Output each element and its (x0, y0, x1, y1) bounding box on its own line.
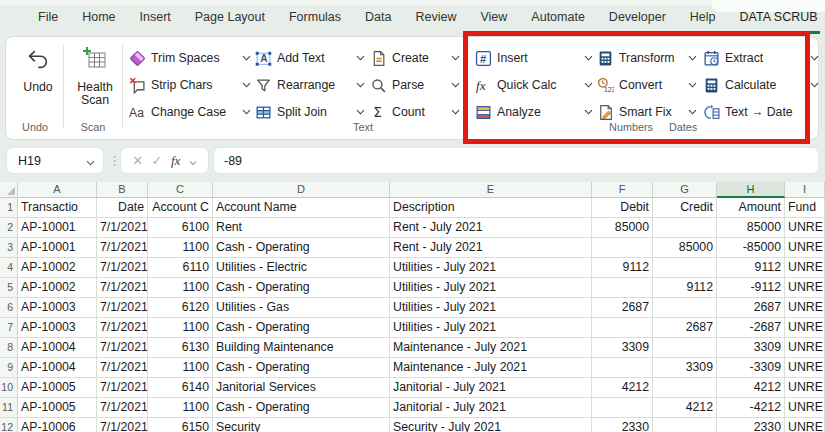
cell-c1[interactable]: Account C (148, 198, 213, 218)
column-header-f[interactable]: F (592, 182, 653, 198)
cell-f10[interactable]: 4212 (592, 378, 653, 398)
cell-c2[interactable]: 6100 (148, 218, 213, 238)
chevron-down-icon[interactable] (451, 109, 460, 115)
cell-f1[interactable]: Debit (592, 198, 653, 218)
chevron-down-icon[interactable] (356, 82, 365, 88)
cell-a1[interactable]: Transactio (18, 198, 97, 218)
cell-b6[interactable]: 7/1/2021 (97, 298, 148, 318)
cell-c4[interactable]: 6110 (148, 258, 213, 278)
chevron-down-icon[interactable] (356, 109, 365, 115)
insert-function-icon[interactable]: fx (171, 153, 180, 169)
chevron-down-icon[interactable] (688, 82, 697, 88)
column-header-d[interactable]: D (213, 182, 390, 198)
cell-g9[interactable]: 3309 (653, 358, 717, 378)
name-box[interactable]: H19 (6, 147, 104, 174)
chevron-down-icon[interactable] (242, 55, 251, 61)
cell-d5[interactable]: Cash - Operating (213, 278, 390, 298)
convert-button[interactable]: 123Convert (597, 73, 699, 97)
cell-c6[interactable]: 6120 (148, 298, 213, 318)
column-header-e[interactable]: E (390, 182, 592, 198)
formula-bar-input[interactable]: -89 (213, 147, 819, 174)
cell-d12[interactable]: Security (213, 418, 390, 432)
cell-a10[interactable]: AP-10005 (18, 378, 97, 398)
count-button[interactable]: ΣCount (370, 100, 462, 124)
row-header-5[interactable]: 5 (0, 278, 18, 298)
parse-button[interactable]: Parse (370, 73, 462, 97)
cell-e4[interactable]: Utilities - July 2021 (390, 258, 592, 278)
cell-c9[interactable]: 1100 (148, 358, 213, 378)
cell-c3[interactable]: 1100 (148, 238, 213, 258)
cell-i2[interactable]: UNRE (785, 218, 825, 238)
cell-e11[interactable]: Janitorial - July 2021 (390, 398, 592, 418)
chevron-down-icon[interactable] (242, 109, 251, 115)
cell-g6[interactable] (653, 298, 717, 318)
tab-page-layout[interactable]: Page Layout (193, 10, 267, 34)
cell-a4[interactable]: AP-10002 (18, 258, 97, 278)
tab-data[interactable]: Data (363, 10, 393, 34)
cell-h5[interactable]: -9112 (717, 278, 785, 298)
enter-icon[interactable]: ✓ (152, 153, 163, 168)
quick-calc-button[interactable]: fxQuick Calc (475, 73, 595, 97)
cell-e10[interactable]: Janitorial - July 2021 (390, 378, 592, 398)
rearrange-button[interactable]: Rearrange (255, 73, 367, 97)
chevron-down-icon[interactable] (451, 82, 460, 88)
cell-i5[interactable]: UNRE (785, 278, 825, 298)
cancel-icon[interactable]: ✕ (132, 153, 143, 168)
cell-c7[interactable]: 1100 (148, 318, 213, 338)
strip-chars-button[interactable]: Strip Chars (129, 73, 253, 97)
cell-e9[interactable]: Maintenance - July 2021 (390, 358, 592, 378)
cell-a8[interactable]: AP-10004 (18, 338, 97, 358)
cell-h2[interactable]: 85000 (717, 218, 785, 238)
cell-d9[interactable]: Cash - Operating (213, 358, 390, 378)
cell-e8[interactable]: Maintenance - July 2021 (390, 338, 592, 358)
cell-i12[interactable]: UNRE (785, 418, 825, 432)
column-header-g[interactable]: G (653, 182, 717, 198)
tab-developer[interactable]: Developer (607, 10, 668, 34)
cell-h7[interactable]: -2687 (717, 318, 785, 338)
cell-a6[interactable]: AP-10003 (18, 298, 97, 318)
tab-home[interactable]: Home (80, 10, 117, 34)
cell-c12[interactable]: 6150 (148, 418, 213, 432)
cell-b11[interactable]: 7/1/2021 (97, 398, 148, 418)
cell-c5[interactable]: 1100 (148, 278, 213, 298)
cell-e1[interactable]: Description (390, 198, 592, 218)
cell-i10[interactable]: UNRE (785, 378, 825, 398)
cell-c8[interactable]: 6130 (148, 338, 213, 358)
chevron-down-icon[interactable] (688, 55, 697, 61)
chevron-down-icon[interactable] (688, 109, 697, 115)
cell-e12[interactable]: Security - July 2021 (390, 418, 592, 432)
cell-f9[interactable] (592, 358, 653, 378)
cell-h12[interactable]: 2330 (717, 418, 785, 432)
cell-g11[interactable]: 4212 (653, 398, 717, 418)
cell-a7[interactable]: AP-10003 (18, 318, 97, 338)
chevron-down-icon[interactable] (356, 55, 365, 61)
row-header-1[interactable]: 1 (0, 198, 18, 218)
cell-d3[interactable]: Cash - Operating (213, 238, 390, 258)
trim-spaces-button[interactable]: Trim Spaces (129, 46, 253, 70)
cell-g12[interactable] (653, 418, 717, 432)
cell-b12[interactable]: 7/1/2021 (97, 418, 148, 432)
tab-formulas[interactable]: Formulas (287, 10, 343, 34)
cell-h6[interactable]: 2687 (717, 298, 785, 318)
tab-help[interactable]: Help (688, 10, 718, 34)
cell-i6[interactable]: UNRE (785, 298, 825, 318)
extract-button[interactable]: Extract (703, 46, 821, 70)
cell-e2[interactable]: Rent - July 2021 (390, 218, 592, 238)
cell-g10[interactable] (653, 378, 717, 398)
cell-e7[interactable]: Utilities - July 2021 (390, 318, 592, 338)
tab-data-scrub[interactable]: DATA SCRUB (738, 10, 820, 34)
cell-f3[interactable] (592, 238, 653, 258)
cell-b5[interactable]: 7/1/2021 (97, 278, 148, 298)
select-all-corner[interactable] (0, 182, 18, 198)
cell-f11[interactable] (592, 398, 653, 418)
chevron-down-icon[interactable] (810, 55, 819, 61)
cell-e5[interactable]: Utilities - July 2021 (390, 278, 592, 298)
cell-d2[interactable]: Rent (213, 218, 390, 238)
cell-i3[interactable]: UNRE (785, 238, 825, 258)
chevron-down-icon[interactable] (810, 82, 819, 88)
cell-d8[interactable]: Building Maintenance (213, 338, 390, 358)
cell-b2[interactable]: 7/1/2021 (97, 218, 148, 238)
cell-g7[interactable]: 2687 (653, 318, 717, 338)
cell-h9[interactable]: -3309 (717, 358, 785, 378)
cell-h4[interactable]: 9112 (717, 258, 785, 278)
